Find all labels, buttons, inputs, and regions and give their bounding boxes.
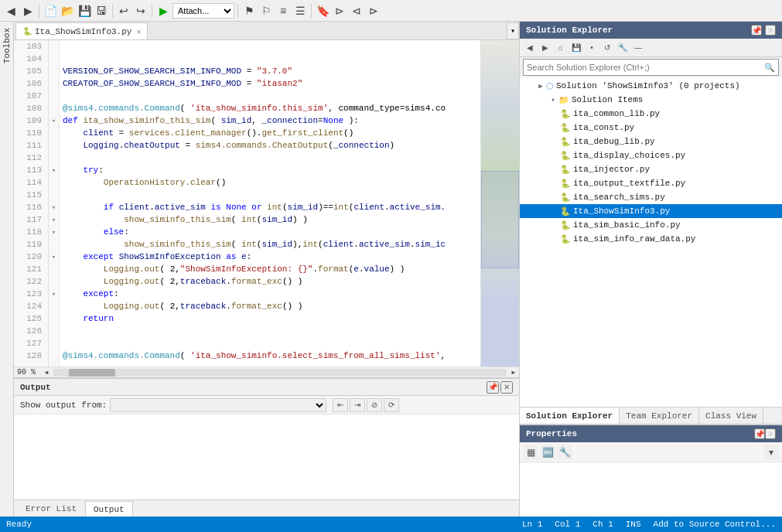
solution-icon: ⬡ [546, 81, 554, 91]
scroll-thumb[interactable] [69, 369, 115, 377]
solution-explorer-search: 🔍 [523, 59, 779, 76]
tab-overflow-dropdown[interactable]: ▾ [507, 22, 519, 39]
status-ins: INS [626, 520, 641, 529]
save-all-button[interactable]: 🖫 [94, 3, 109, 19]
output-btn-2[interactable]: ⇥ [350, 398, 365, 412]
save-button[interactable]: 💾 [77, 3, 92, 19]
tree-file-2[interactable]: 🐍 ita_debug_lib.py [520, 135, 782, 148]
output-source-select[interactable] [110, 398, 326, 412]
props-alphabetical-button[interactable]: 🔤 [540, 445, 555, 460]
tree-solution-root[interactable]: ▶ ⬡ Solution 'ShowSimInfo3' (0 projects) [520, 79, 782, 93]
toolbar-btn-6[interactable]: ⚐ [258, 3, 274, 19]
props-dropdown-button[interactable]: ▾ [763, 445, 779, 460]
props-close-button[interactable]: ✕ [765, 428, 776, 439]
ln-105: 105 [14, 65, 48, 77]
forward-button[interactable]: ▶ [20, 3, 36, 19]
sol-btab-class-view[interactable]: Class View [699, 408, 763, 425]
sol-btab-solution-explorer[interactable]: Solution Explorer [520, 408, 620, 425]
bookmark-button[interactable]: 🔖 [315, 3, 330, 19]
tree-file-1[interactable]: 🐍 ita_const.py [520, 121, 782, 135]
tree-file-4[interactable]: 🐍 ita_injector.py [520, 162, 782, 176]
status-right: Ln 1 Col 1 Ch 1 INS Add to Source Contro… [522, 520, 776, 529]
solution-explorer-search-input[interactable] [527, 63, 764, 72]
tree-folder-solution-items[interactable]: ▾ 📁 Solution Items [520, 93, 782, 107]
scroll-right-arrow[interactable]: ▶ [508, 367, 519, 378]
ln-124: 124 [14, 300, 48, 312]
minimap [480, 40, 519, 367]
tree-file-0[interactable]: 🐍 ita_common_lib.py [520, 107, 782, 121]
toolbar-btn-7[interactable]: ≡ [275, 3, 291, 19]
tree-file-9[interactable]: 🐍 ita_sim_info_raw_data.py [520, 232, 782, 246]
sol-tb-home[interactable]: ⌂ [554, 41, 568, 55]
main-toolbar: ◀ ▶ 📄 📂 💾 🖫 ↩ ↪ ▶ Attach... ⚑ ⚐ ≡ ☰ 🔖 ⊳ … [0, 0, 782, 22]
debug-start-button[interactable]: ▶ [155, 3, 171, 19]
toolbar-btn-10[interactable]: ⊲ [349, 3, 364, 19]
scroll-left-arrow[interactable]: ◀ [41, 367, 52, 378]
code-line-120: except ShowSimInfoException as e: [60, 251, 480, 263]
sol-tb-pin[interactable]: 🔧 [616, 41, 630, 55]
btab-error-list[interactable]: Error List [17, 501, 85, 517]
props-pin-button[interactable]: 📌 [754, 428, 765, 439]
ln-118: 118 [14, 226, 48, 238]
ln-123: 123 [14, 288, 48, 300]
scroll-track[interactable] [53, 369, 507, 377]
tree-file-6[interactable]: 🐍 ita_search_sims.py [520, 190, 782, 204]
properties-header: Properties 📌 ✕ [520, 425, 782, 442]
code-editor: 103 104 105 106 107 108 109 110 111 112 … [14, 40, 519, 367]
tab-close-0[interactable]: ✕ [136, 27, 141, 36]
solution-expand-icon[interactable]: ▶ [535, 80, 546, 91]
back-button[interactable]: ◀ [3, 3, 19, 19]
status-source-control[interactable]: Add to Source Control... [654, 520, 776, 529]
close-panel-button[interactable]: ✕ [500, 381, 513, 394]
new-button[interactable]: 📄 [43, 3, 58, 19]
props-wrench-button[interactable]: 🔧 [557, 445, 572, 460]
code-content[interactable]: VERSION_OF_SHOW_SEARCH_SIM_INFO_MOD = "3… [60, 40, 480, 367]
props-categorized-button[interactable]: ▦ [523, 445, 538, 460]
toolbar-sep-2 [112, 4, 113, 18]
solution-explorer-title: Solution Explorer [526, 26, 748, 35]
solution-explorer: Solution Explorer 📌 ✕ ◀ ▶ ⌂ 💾 • ↺ 🔧 — 🔍 [520, 22, 782, 424]
toolbar-btn-9[interactable]: ⊳ [332, 3, 347, 19]
open-button[interactable]: 📂 [60, 3, 75, 19]
sol-tb-dot[interactable]: • [585, 41, 599, 55]
toolbar-btn-8[interactable]: ☰ [292, 3, 308, 19]
bottom-tabs: Error List Output [14, 500, 519, 517]
output-btn-4[interactable]: ⟳ [384, 398, 399, 412]
tree-file-3[interactable]: 🐍 ita_display_choices.py [520, 148, 782, 162]
toolbar-btn-5[interactable]: ⚑ [241, 3, 257, 19]
tree-file-5[interactable]: 🐍 ita_output_textfile.py [520, 176, 782, 190]
redo-button[interactable]: ↪ [133, 3, 149, 19]
code-line-111: Logging.cheatOutput = sims4.commands.Che… [60, 139, 480, 152]
py-icon-7: 🐍 [560, 206, 571, 217]
attach-dropdown[interactable]: Attach... [172, 3, 234, 19]
editor-container: 🐍 Ita_ShowSimInfo3.py ✕ ▾ 103 104 105 10… [14, 22, 519, 517]
sol-tb-save[interactable]: 💾 [569, 41, 583, 55]
py-icon-3: 🐍 [560, 151, 571, 161]
folder-expand-icon[interactable]: ▾ [548, 94, 558, 105]
tree-file-8[interactable]: 🐍 ita_sim_basic_info.py [520, 218, 782, 232]
sol-pin-button[interactable]: 📌 [751, 25, 762, 36]
minimap-viewport[interactable] [481, 171, 519, 269]
undo-button[interactable]: ↩ [116, 3, 131, 19]
sol-btab-team-explorer[interactable]: Team Explorer [620, 408, 699, 425]
sol-tb-refresh[interactable]: ↺ [600, 41, 614, 55]
code-line-126 [60, 325, 480, 337]
output-btn-3[interactable]: ⊘ [367, 398, 382, 412]
sol-tb-settings[interactable]: — [631, 41, 645, 55]
ln-107: 107 [14, 90, 48, 102]
editor-tab-0[interactable]: 🐍 Ita_ShowSimInfo3.py ✕ [15, 22, 148, 39]
sol-close-button[interactable]: ✕ [765, 25, 776, 36]
pin-button[interactable]: 📌 [487, 381, 499, 394]
output-btn-1[interactable]: ⇤ [333, 398, 348, 412]
sol-tb-forward[interactable]: ▶ [538, 41, 552, 55]
btab-output[interactable]: Output [85, 501, 133, 517]
file-label-5: ita_output_textfile.py [573, 179, 685, 188]
sol-tb-back[interactable]: ◀ [523, 41, 537, 55]
output-toolbar: Show output from: ⇤ ⇥ ⊘ ⟳ [14, 396, 519, 414]
ln-119: 119 [14, 238, 48, 251]
tree-file-7[interactable]: 🐍 Ita_ShowSimInfo3.py [520, 204, 782, 218]
toolbar-btn-11[interactable]: ⊳ [366, 3, 381, 19]
ln-108: 108 [14, 102, 48, 114]
file-label-2: ita_debug_lib.py [573, 137, 655, 146]
toolbox-label[interactable]: Toolbox [1, 25, 13, 66]
